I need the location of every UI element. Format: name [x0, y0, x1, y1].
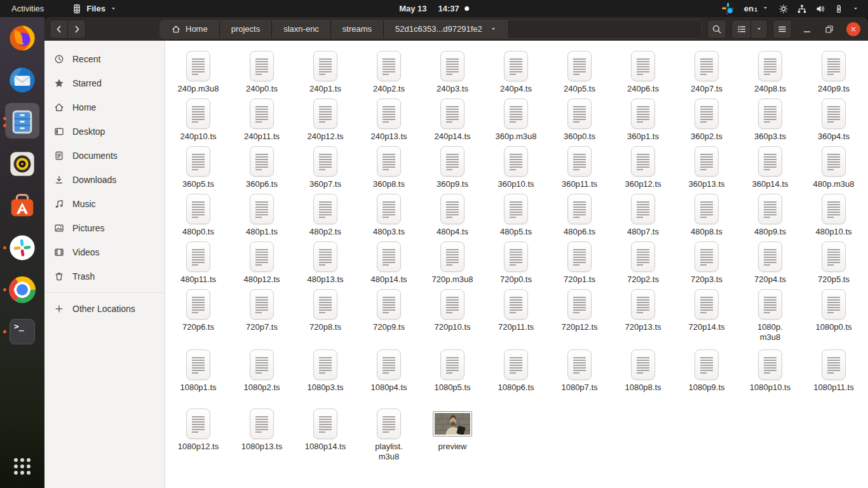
file-360p3.ts[interactable]: 360p3.ts: [738, 98, 802, 142]
file-240p8.ts[interactable]: 240p8.ts: [738, 51, 802, 94]
sidebar-item-documents[interactable]: Documents: [44, 144, 165, 168]
file-360p4.ts[interactable]: 360p4.ts: [802, 98, 865, 142]
dock-item-slack[interactable]: [1, 227, 43, 269]
file-240p1.ts[interactable]: 240p1.ts: [294, 51, 357, 94]
file-1080p.m3u8[interactable]: 1080p. m3u8: [738, 289, 802, 342]
file-720p6.ts[interactable]: 720p6.ts: [166, 289, 230, 342]
file-360p9.ts[interactable]: 360p9.ts: [421, 146, 484, 189]
dock-item-chrome[interactable]: [1, 269, 43, 311]
file-720p13.ts[interactable]: 720p13.ts: [611, 289, 675, 342]
file-360p12.ts[interactable]: 360p12.ts: [611, 146, 675, 189]
dock-item-rhythmbox[interactable]: [1, 143, 43, 185]
file-720p11.ts[interactable]: 720p11.ts: [484, 289, 548, 342]
file-240p7.ts[interactable]: 240p7.ts: [675, 51, 738, 94]
close-x-icon[interactable]: [846, 22, 860, 36]
file-360p7.ts[interactable]: 360p7.ts: [294, 146, 357, 189]
file-240p0.ts[interactable]: 240p0.ts: [230, 51, 294, 94]
sidebar-item-other-locations[interactable]: Other Locations: [44, 297, 165, 321]
file-1080p5.ts[interactable]: 1080p5.ts: [421, 349, 484, 393]
file-240p5.ts[interactable]: 240p5.ts: [548, 51, 611, 94]
file-480p14.ts[interactable]: 480p14.ts: [357, 241, 421, 285]
file-720p10.ts[interactable]: 720p10.ts: [421, 289, 484, 342]
sidebar-item-recent[interactable]: Recent: [44, 47, 165, 71]
file-720p7.ts[interactable]: 720p7.ts: [230, 289, 294, 342]
file-480p12.ts[interactable]: 480p12.ts: [230, 241, 294, 285]
forward-button[interactable]: [67, 20, 85, 38]
file-720p8.ts[interactable]: 720p8.ts: [294, 289, 357, 342]
file-360p11.ts[interactable]: 360p11.ts: [548, 146, 611, 189]
minimize-icon[interactable]: [802, 24, 812, 34]
keyboard-layout-menu[interactable]: en1: [744, 4, 769, 13]
dock-item-terminal[interactable]: >_: [1, 311, 43, 353]
file-1080p13.ts[interactable]: 1080p13.ts: [230, 409, 294, 462]
file-360p0.ts[interactable]: 360p0.ts: [548, 98, 611, 142]
dock-item-files[interactable]: [1, 101, 43, 143]
file-240p.m3u8[interactable]: 240p.m3u8: [166, 51, 230, 94]
file-720p9.ts[interactable]: 720p9.ts: [357, 289, 421, 342]
menu-button[interactable]: [773, 20, 792, 39]
slack-tray-icon[interactable]: [721, 2, 735, 15]
restore-icon[interactable]: [824, 24, 834, 34]
dock-item-show-apps[interactable]: [1, 450, 43, 483]
file-480p4.ts[interactable]: 480p4.ts: [421, 194, 484, 237]
file-480p6.ts[interactable]: 480p6.ts: [548, 194, 611, 237]
file-360p1.ts[interactable]: 360p1.ts: [611, 98, 675, 142]
file-360p2.ts[interactable]: 360p2.ts: [675, 98, 738, 142]
file-1080p0.ts[interactable]: 1080p0.ts: [802, 289, 865, 342]
file-720p0.ts[interactable]: 720p0.ts: [484, 241, 548, 285]
file-1080p14.ts[interactable]: 1080p14.ts: [294, 409, 357, 462]
sidebar-item-videos[interactable]: Videos: [44, 240, 165, 264]
sidebar-item-home[interactable]: Home: [44, 95, 165, 119]
file-360p10.ts[interactable]: 360p10.ts: [484, 146, 548, 189]
file-240p11.ts[interactable]: 240p11.ts: [230, 98, 294, 142]
file-1080p12.ts[interactable]: 1080p12.ts: [166, 409, 230, 462]
file-240p2.ts[interactable]: 240p2.ts: [357, 51, 421, 94]
file-720p.m3u8[interactable]: 720p.m3u8: [421, 241, 484, 285]
path-segment-52d1c6353-d97291fe2[interactable]: 52d1c6353...d97291fe2: [384, 20, 509, 38]
file-240p4.ts[interactable]: 240p4.ts: [484, 51, 548, 94]
file-1080p4.ts[interactable]: 1080p4.ts: [357, 349, 421, 393]
path-segment-streams[interactable]: streams: [331, 20, 384, 38]
file-360p14.ts[interactable]: 360p14.ts: [738, 146, 802, 189]
file-240p6.ts[interactable]: 240p6.ts: [611, 51, 675, 94]
file-480p11.ts[interactable]: 480p11.ts: [166, 241, 230, 285]
file-240p12.ts[interactable]: 240p12.ts: [294, 98, 357, 142]
clock-menu[interactable]: May 13 14:37: [399, 0, 469, 17]
dock-item-ubuntu-software[interactable]: [1, 185, 43, 227]
file-360p5.ts[interactable]: 360p5.ts: [166, 146, 230, 189]
dock-item-firefox[interactable]: [1, 17, 43, 59]
file-1080p1.ts[interactable]: 1080p1.ts: [166, 349, 230, 393]
status-menu[interactable]: [778, 4, 859, 14]
sidebar-item-starred[interactable]: Starred: [44, 71, 165, 95]
file-720p1.ts[interactable]: 720p1.ts: [548, 241, 611, 285]
file-480p3.ts[interactable]: 480p3.ts: [357, 194, 421, 237]
list-view-button[interactable]: [732, 20, 750, 38]
file-playlist.m3u8[interactable]: playlist. m3u8: [357, 409, 421, 462]
file-360p13.ts[interactable]: 360p13.ts: [675, 146, 738, 189]
app-menu[interactable]: Files: [72, 0, 117, 17]
file-720p3.ts[interactable]: 720p3.ts: [675, 241, 738, 285]
path-segment-slaxn-enc[interactable]: slaxn-enc: [272, 20, 331, 38]
file-480p.m3u8[interactable]: 480p.m3u8: [802, 146, 865, 189]
file-480p5.ts[interactable]: 480p5.ts: [484, 194, 548, 237]
file-720p4.ts[interactable]: 720p4.ts: [738, 241, 802, 285]
sidebar-item-music[interactable]: Music: [44, 192, 165, 216]
file-240p9.ts[interactable]: 240p9.ts: [802, 51, 865, 94]
file-1080p8.ts[interactable]: 1080p8.ts: [611, 349, 675, 393]
file-480p2.ts[interactable]: 480p2.ts: [294, 194, 357, 237]
file-480p7.ts[interactable]: 480p7.ts: [611, 194, 675, 237]
file-720p12.ts[interactable]: 720p12.ts: [548, 289, 611, 342]
sidebar-item-trash[interactable]: Trash: [44, 264, 165, 288]
view-options-button[interactable]: [750, 20, 767, 38]
file-720p5.ts[interactable]: 720p5.ts: [802, 241, 865, 285]
search-button[interactable]: [707, 20, 726, 39]
file-1080p11.ts[interactable]: 1080p11.ts: [802, 349, 865, 393]
file-1080p7.ts[interactable]: 1080p7.ts: [548, 349, 611, 393]
file-360p8.ts[interactable]: 360p8.ts: [357, 146, 421, 189]
file-480p1.ts[interactable]: 480p1.ts: [230, 194, 294, 237]
activities-button[interactable]: Activities: [0, 0, 55, 17]
file-240p10.ts[interactable]: 240p10.ts: [166, 98, 230, 142]
sidebar-item-desktop[interactable]: Desktop: [44, 119, 165, 144]
file-360p.m3u8[interactable]: 360p.m3u8: [484, 98, 548, 142]
file-480p9.ts[interactable]: 480p9.ts: [738, 194, 802, 237]
